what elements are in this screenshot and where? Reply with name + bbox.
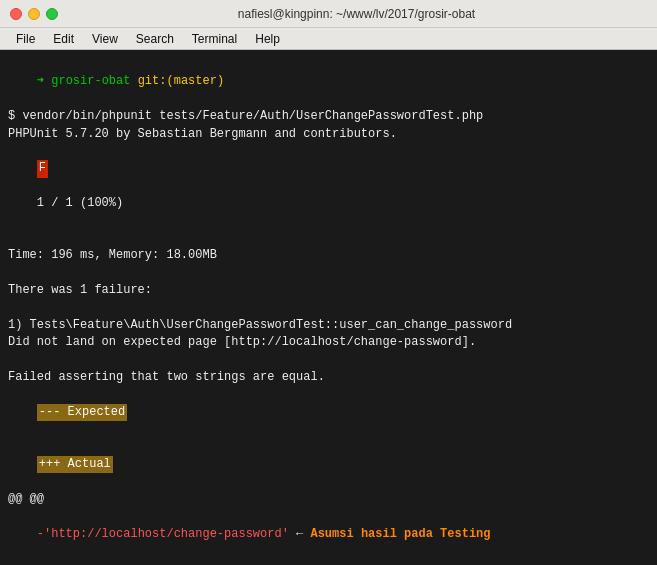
blank-line-3 (8, 299, 649, 316)
window-title: nafiesl@kingpinn: ~/www/lv/2017/grosir-o… (66, 7, 647, 21)
blank-line (8, 230, 649, 247)
prompt-git: git:(master) (138, 74, 224, 88)
menu-view[interactable]: View (84, 30, 126, 48)
menu-file[interactable]: File (8, 30, 43, 48)
timing-line: Time: 196 ms, Memory: 18.00MB (8, 247, 649, 264)
expected-label: --- Expected (37, 404, 127, 421)
menu-search[interactable]: Search (128, 30, 182, 48)
traffic-lights (10, 8, 58, 20)
diff-minus-text: -'http://localhost/change-password' (37, 527, 289, 541)
prompt-dir: grosir-obat (44, 74, 130, 88)
arrow1: ← (289, 527, 303, 541)
annotation1: Asumsi hasil pada Testing (310, 527, 490, 541)
at-at-line: @@ @@ (8, 491, 649, 508)
menu-bar: File Edit View Search Terminal Help (0, 28, 657, 50)
progress-text: 1 / 1 (100%) (37, 196, 123, 210)
menu-edit[interactable]: Edit (45, 30, 82, 48)
fail-letter: F (37, 160, 48, 177)
phpunit-version: PHPUnit 5.7.20 by Sebastian Bergmann and… (8, 126, 649, 143)
expected-line: --- Expected (8, 386, 649, 438)
blank-line-2 (8, 265, 649, 282)
prompt-line-1: ➜ grosir-obat git:(master) (8, 56, 649, 108)
test-name: 1) Tests\Feature\Auth\UserChangePassword… (8, 317, 649, 334)
actual-label: +++ Actual (37, 456, 113, 473)
menu-terminal[interactable]: Terminal (184, 30, 245, 48)
diff-minus-line: -'http://localhost/change-password' ← As… (8, 508, 649, 560)
did-not-land: Did not land on expected page [http://lo… (8, 334, 649, 351)
title-bar: nafiesl@kingpinn: ~/www/lv/2017/grosir-o… (0, 0, 657, 28)
terminal-content[interactable]: ➜ grosir-obat git:(master) $ vendor/bin/… (0, 50, 657, 565)
minimize-button[interactable] (28, 8, 40, 20)
failed-assert: Failed asserting that two strings are eq… (8, 369, 649, 386)
cmd-phpunit: $ vendor/bin/phpunit tests/Feature/Auth/… (8, 108, 649, 125)
diff-plus-line: +'http://localhost/home' ← Output aktual… (8, 560, 649, 565)
failure-msg: There was 1 failure: (8, 282, 649, 299)
menu-help[interactable]: Help (247, 30, 288, 48)
close-button[interactable] (10, 8, 22, 20)
prompt-arrow: ➜ (37, 74, 44, 88)
maximize-button[interactable] (46, 8, 58, 20)
blank-line-4 (8, 352, 649, 369)
actual-line: +++ Actual (8, 439, 649, 491)
result-line: F 1 / 1 (100%) (8, 143, 649, 230)
